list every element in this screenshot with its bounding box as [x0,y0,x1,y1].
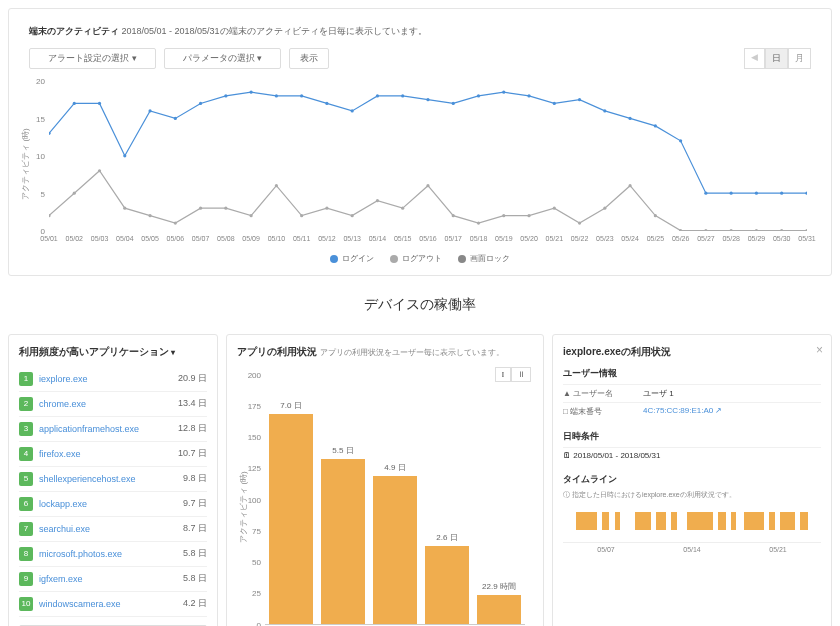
timeline [563,508,821,536]
user-name-key: ▲ ユーザー名 [563,388,643,399]
alert-select[interactable]: アラート設定の選択 [29,48,156,69]
date-range: 🗓 2018/05/01 - 2018/05/31 [563,451,660,460]
device-link[interactable]: 4C:75:CC:89:E1:A0 ↗ [643,406,723,417]
svg-point-43 [351,214,354,217]
app-row: 9igfxem.exe5.8 日 [19,567,207,592]
view-switch: ◀ 日 月 [744,48,811,69]
svg-point-47 [452,214,455,217]
svg-point-25 [679,139,682,142]
app-link[interactable]: shellexperiencehost.exe [39,474,183,484]
svg-point-34 [123,207,126,210]
section-title-1: デバイスの稼働率 [0,284,840,326]
bottom-row: 利用頻度が高いアプリケーション 1iexplore.exe20.9 日2chro… [0,326,840,627]
chart-legend: ログインログアウト画面ロック [19,253,821,265]
svg-point-7 [224,94,227,97]
svg-point-30 [805,192,807,195]
svg-point-6 [199,102,202,105]
svg-point-59 [755,229,758,231]
app-link[interactable]: lockapp.exe [39,499,183,509]
rank-badge: 7 [19,522,33,536]
view-day[interactable]: 日 [765,48,788,69]
svg-point-12 [351,109,354,112]
header-subtitle: 2018/05/01 - 2018/05/31の端末のアクティビティを日毎に表示… [122,26,427,36]
app-link[interactable]: chrome.exe [39,399,178,409]
svg-point-1 [73,102,76,105]
svg-point-24 [654,124,657,127]
show-button[interactable]: 表示 [289,48,329,69]
app-value: 12.8 日 [178,422,207,435]
app-value: 10.7 日 [178,447,207,460]
timeline-note: ⓘ 指定した日時におけるiexplore.exeの利用状況です。 [563,490,821,500]
svg-point-55 [654,214,657,217]
svg-point-26 [704,192,707,195]
svg-point-21 [578,98,581,101]
bar[interactable] [477,595,521,624]
svg-point-13 [376,94,379,97]
svg-point-33 [98,169,101,172]
bar[interactable] [269,414,313,624]
app-row: 10windowscamera.exe4.2 日 [19,592,207,617]
svg-point-52 [578,222,581,225]
svg-point-39 [250,214,253,217]
app-row: 8microsoft.photos.exe5.8 日 [19,542,207,567]
app-link[interactable]: applicationframehost.exe [39,424,178,434]
detail-title: iexplore.exeの利用状況 [563,345,821,359]
app-list: 1iexplore.exe20.9 日2chrome.exe13.4 日3app… [19,367,207,617]
user-info-title: ユーザー情報 [563,367,821,380]
view-prev[interactable]: ◀ [744,48,765,69]
app-link[interactable]: microsoft.photos.exe [39,549,183,559]
app-row: 7searchui.exe8.7 日 [19,517,207,542]
rank-badge: 4 [19,447,33,461]
app-value: 9.8 日 [183,472,207,485]
svg-point-57 [704,229,707,231]
bar[interactable] [425,546,469,624]
app-link[interactable]: firefox.exe [39,449,178,459]
svg-point-22 [603,109,606,112]
bar[interactable] [321,459,365,624]
svg-point-18 [502,91,505,94]
app-link[interactable]: windowscamera.exe [39,599,183,609]
svg-point-14 [401,94,404,97]
activity-panel: 端末のアクティビティ 2018/05/01 - 2018/05/31の端末のアク… [8,8,832,276]
app-row: 6lockapp.exe9.7 日 [19,492,207,517]
rank-badge: 5 [19,472,33,486]
svg-point-37 [199,207,202,210]
rank-badge: 6 [19,497,33,511]
apps-panel: 利用頻度が高いアプリケーション 1iexplore.exe20.9 日2chro… [8,334,218,627]
svg-point-42 [325,207,328,210]
svg-point-41 [300,214,303,217]
svg-point-29 [780,192,783,195]
apps-title[interactable]: 利用頻度が高いアプリケーション [19,345,207,359]
svg-point-46 [426,184,429,187]
app-link[interactable]: searchui.exe [39,524,183,534]
svg-point-3 [123,154,126,157]
header-title: 端末のアクティビティ [29,26,119,36]
date-title: 日時条件 [563,430,821,443]
timeline-title: タイムライン [563,473,821,486]
svg-point-49 [502,214,505,217]
svg-point-54 [628,184,631,187]
x-axis: 05/0105/0205/0305/0405/0505/0605/0705/08… [49,235,807,247]
usage-title: アプリの利用状況 アプリの利用状況をユーザー毎に表示しています。 [237,345,533,359]
svg-point-2 [98,102,101,105]
timeline-axis: 05/0705/1405/21 [563,542,821,553]
app-row: 2chrome.exe13.4 日 [19,392,207,417]
app-row: 5shellexperiencehost.exe9.8 日 [19,467,207,492]
app-value: 20.9 日 [178,372,207,385]
rank-badge: 2 [19,397,33,411]
view-month[interactable]: 月 [788,48,811,69]
rank-badge: 3 [19,422,33,436]
app-value: 9.7 日 [183,497,207,510]
svg-point-28 [755,192,758,195]
app-link[interactable]: igfxem.exe [39,574,183,584]
app-link[interactable]: iexplore.exe [39,374,178,384]
bar[interactable] [373,476,417,624]
svg-point-9 [275,94,278,97]
app-value: 4.2 日 [183,597,207,610]
svg-point-53 [603,207,606,210]
param-select[interactable]: パラメータの選択 [164,48,282,69]
svg-point-38 [224,207,227,210]
svg-point-45 [401,207,404,210]
close-icon[interactable]: × [816,343,823,357]
svg-point-20 [553,102,556,105]
